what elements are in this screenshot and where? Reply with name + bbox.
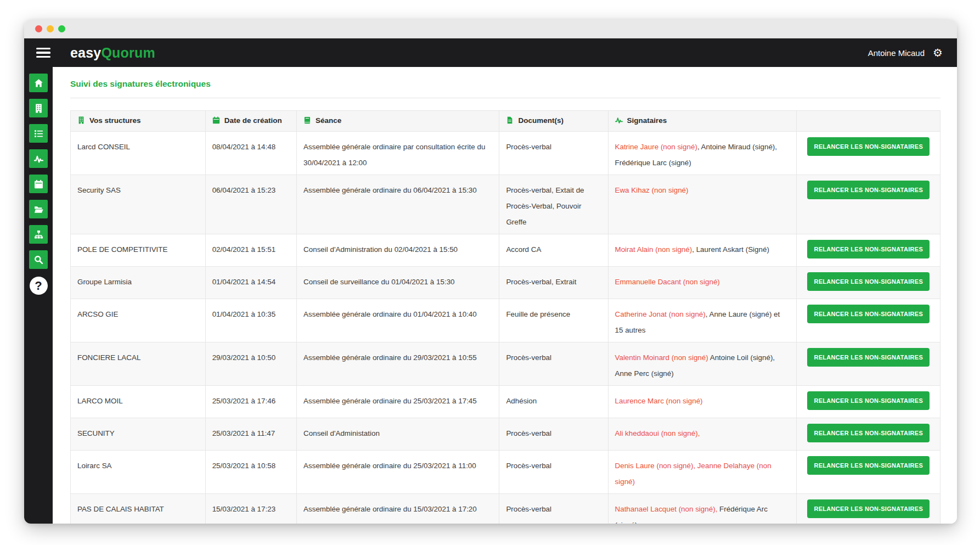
relancer-non-signataires-button[interactable]: RELANCER LES NON-SIGNATAIRES (807, 456, 930, 475)
table-row: ARCSO GIE01/04/2021 à 10:35Assemblée gén… (71, 299, 940, 342)
cell-documents: Procès-verbal (499, 342, 608, 386)
relancer-non-signataires-button[interactable]: RELANCER LES NON-SIGNATAIRES (807, 499, 930, 518)
relancer-non-signataires-button[interactable]: RELANCER LES NON-SIGNATAIRES (807, 348, 930, 367)
sidebar-item-search[interactable] (29, 250, 48, 269)
cell-date: 01/04/2021 à 10:35 (205, 299, 296, 342)
cell-documents: Feuille de présence (499, 299, 608, 342)
cell-signataires: Laurence Marc (non signé) (608, 386, 797, 418)
cell-structure: LARCO MOIL (71, 386, 206, 418)
cell-documents: Procès-verbal (499, 451, 608, 494)
signataire-unsigned: Katrine Jaure (non signé) (615, 143, 697, 151)
sidebar-item-structures[interactable] (29, 99, 48, 117)
cell-seance: Assemblée générale ordinaire du 06/04/20… (297, 175, 499, 234)
table-row: SECUNITY25/03/2021 à 11:47Conseil d'Admi… (71, 418, 940, 451)
maximize-window-button[interactable] (58, 25, 65, 32)
sitemap-icon (34, 230, 43, 239)
cell-documents: Procès-verbal (499, 494, 608, 524)
relancer-non-signataires-button[interactable]: RELANCER LES NON-SIGNATAIRES (807, 391, 930, 410)
cell-signataires: Katrine Jaure (non signé), Antoine Mirau… (608, 132, 797, 175)
building-icon (77, 116, 85, 126)
sidebar: ? (24, 67, 53, 524)
file-icon (506, 116, 514, 126)
cell-structure: Loirarc SA (71, 451, 206, 494)
sidebar-item-calendar[interactable] (29, 175, 48, 193)
main-content: Suivi des signatures électroniques Vos s… (53, 67, 957, 524)
relancer-non-signataires-button[interactable]: RELANCER LES NON-SIGNATAIRES (807, 181, 930, 199)
relancer-non-signataires-button[interactable]: RELANCER LES NON-SIGNATAIRES (807, 137, 930, 156)
cell-date: 01/04/2021 à 14:54 (205, 267, 296, 299)
window-body: ? Suivi des signatures électroniques Vos… (24, 67, 957, 524)
hamburger-menu-icon[interactable] (36, 48, 50, 58)
signataire-unsigned: Moirat Alain (non signé) (615, 245, 692, 254)
navbar-right: Antoine Micaud ⚙ (868, 47, 943, 58)
table-row: FONCIERE LACAL29/03/2021 à 10:50Assemblé… (71, 342, 940, 386)
logo-quorum-text: Quorum (101, 45, 155, 60)
signataire-unsigned: Laurence Marc (non signé) (615, 397, 703, 405)
cell-documents: Adhésion (499, 386, 608, 418)
signataire-unsigned: Catherine Jonat (non signé) (615, 310, 706, 318)
table-header-row: Vos structuresDate de créationSéanceDocu… (71, 111, 940, 132)
relancer-non-signataires-button[interactable]: RELANCER LES NON-SIGNATAIRES (807, 305, 930, 323)
cell-documents: Procès-verbal (499, 132, 608, 175)
cell-seance: Assemblée générale ordinaire du 25/03/20… (297, 451, 499, 494)
cell-documents: Procès-verbal (499, 418, 608, 451)
cell-action: RELANCER LES NON-SIGNATAIRES (797, 418, 940, 451)
calendar-icon (34, 179, 43, 189)
user-name[interactable]: Antoine Micaud (868, 48, 925, 58)
table-row: Security SAS06/04/2021 à 15:23Assemblée … (71, 175, 940, 234)
cell-structure: Security SAS (71, 175, 206, 234)
table-row: Loirarc SA25/03/2021 à 10:58Assemblée gé… (71, 451, 940, 494)
cell-seance: Assemblée générale ordinaire du 15/03/20… (297, 494, 499, 524)
help-icon[interactable]: ? (30, 277, 48, 295)
signataire-unsigned: Nathanael Lacquet (non signé), (615, 505, 718, 513)
sidebar-item-organization[interactable] (29, 225, 48, 244)
home-icon (34, 78, 43, 88)
cell-seance: Assemblée générale ordinaire du 01/04/20… (297, 299, 499, 342)
cell-signataires: Nathanael Lacquet (non signé), Frédériqu… (608, 494, 797, 524)
cell-structure: Groupe Larmisia (71, 267, 206, 299)
close-window-button[interactable] (35, 25, 42, 32)
page-title: Suivi des signatures électroniques (70, 79, 940, 89)
column-header-signataires: Signataires (608, 111, 797, 132)
logo-easy-text: easy (70, 45, 101, 60)
minimize-window-button[interactable] (47, 25, 54, 32)
cell-structure: Larcd CONSEIL (71, 132, 206, 175)
search-icon (34, 255, 43, 265)
relancer-non-signataires-button[interactable]: RELANCER LES NON-SIGNATAIRES (807, 424, 930, 442)
cell-documents: Procès-verbal, Extrait (499, 267, 608, 299)
cell-signataires: Ewa Kihaz (non signé) (608, 175, 797, 234)
signataire-unsigned: Ewa Kihaz (non signé) (615, 186, 689, 194)
cell-structure: SECUNITY (71, 418, 206, 451)
window-titlebar (24, 20, 957, 38)
cell-signataires: Moirat Alain (non signé), Laurent Askart… (608, 234, 797, 267)
cell-seance: Conseil d'Administration du 02/04/2021 à… (297, 234, 499, 267)
relancer-non-signataires-button[interactable]: RELANCER LES NON-SIGNATAIRES (807, 240, 930, 259)
cell-documents: Accord CA (499, 234, 608, 267)
app-logo[interactable]: easyQuorum (70, 45, 155, 61)
signataire-unsigned: Valentin Moinard (non signé) (615, 353, 708, 362)
list-icon (34, 129, 43, 138)
building-icon (34, 104, 43, 113)
signataire-unsigned: Emmanuelle Dacant (non signé) (615, 278, 720, 286)
column-header-s-ance: Séance (297, 111, 499, 132)
cell-documents: Procès-verbal, Extait de Procès-Verbal, … (499, 175, 608, 234)
cell-seance: Assemblée générale ordinaire du 25/03/20… (297, 386, 499, 418)
relancer-non-signataires-button[interactable]: RELANCER LES NON-SIGNATAIRES (807, 272, 930, 291)
signature-icon (34, 154, 43, 164)
folder-open-icon (34, 205, 43, 214)
calendar-icon (212, 116, 220, 126)
table-row: PAS DE CALAIS HABITAT15/03/2021 à 17:23A… (71, 494, 940, 524)
gear-icon[interactable]: ⚙ (933, 47, 943, 58)
title-divider (70, 98, 940, 98)
sidebar-item-list[interactable] (29, 124, 48, 143)
sidebar-item-documents[interactable] (29, 200, 48, 218)
cell-signataires: Emmanuelle Dacant (non signé) (608, 267, 797, 299)
cell-signataires: Ali kheddaoui (non signé), (608, 418, 797, 451)
sidebar-item-signatures[interactable] (29, 149, 48, 168)
cell-structure: FONCIERE LACAL (71, 342, 206, 386)
cell-signataires: Valentin Moinard (non signé) Antoine Loi… (608, 342, 797, 386)
book-icon (303, 116, 311, 126)
cell-action: RELANCER LES NON-SIGNATAIRES (797, 234, 940, 267)
cell-action: RELANCER LES NON-SIGNATAIRES (797, 494, 940, 524)
sidebar-item-home[interactable] (29, 74, 48, 92)
